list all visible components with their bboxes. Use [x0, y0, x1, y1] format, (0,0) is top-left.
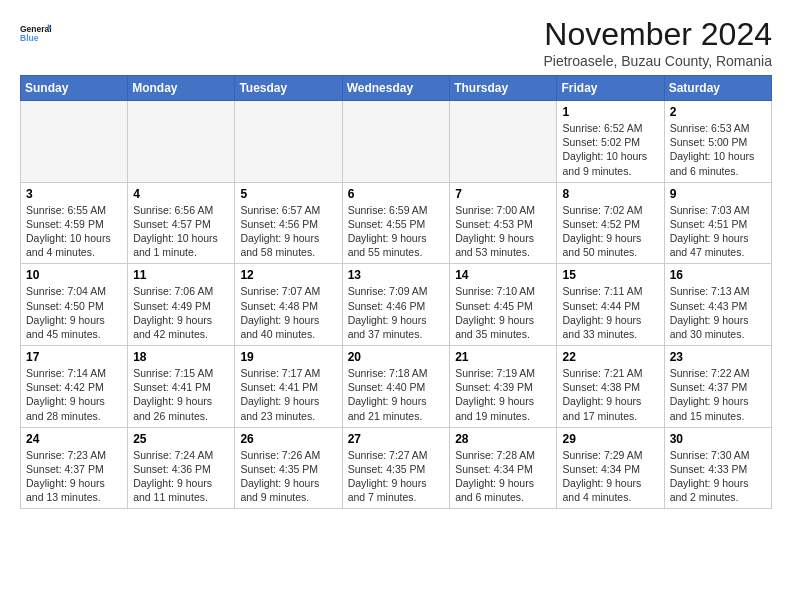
svg-text:General: General	[20, 24, 52, 34]
day-info: Sunrise: 6:57 AM Sunset: 4:56 PM Dayligh…	[240, 203, 336, 260]
table-cell: 28Sunrise: 7:28 AM Sunset: 4:34 PM Dayli…	[450, 427, 557, 509]
day-number: 26	[240, 432, 336, 446]
table-cell: 3Sunrise: 6:55 AM Sunset: 4:59 PM Daylig…	[21, 182, 128, 264]
day-info: Sunrise: 7:22 AM Sunset: 4:37 PM Dayligh…	[670, 366, 766, 423]
day-info: Sunrise: 7:13 AM Sunset: 4:43 PM Dayligh…	[670, 284, 766, 341]
day-info: Sunrise: 7:24 AM Sunset: 4:36 PM Dayligh…	[133, 448, 229, 505]
day-info: Sunrise: 7:19 AM Sunset: 4:39 PM Dayligh…	[455, 366, 551, 423]
day-number: 8	[562, 187, 658, 201]
table-cell: 9Sunrise: 7:03 AM Sunset: 4:51 PM Daylig…	[664, 182, 771, 264]
day-number: 29	[562, 432, 658, 446]
logo-svg: General Blue	[20, 16, 52, 52]
table-cell: 6Sunrise: 6:59 AM Sunset: 4:55 PM Daylig…	[342, 182, 450, 264]
title-block: November 2024 Pietroasele, Buzau County,…	[543, 16, 772, 69]
table-cell: 27Sunrise: 7:27 AM Sunset: 4:35 PM Dayli…	[342, 427, 450, 509]
day-info: Sunrise: 7:28 AM Sunset: 4:34 PM Dayligh…	[455, 448, 551, 505]
svg-text:Blue: Blue	[20, 33, 39, 43]
day-info: Sunrise: 7:21 AM Sunset: 4:38 PM Dayligh…	[562, 366, 658, 423]
day-info: Sunrise: 7:26 AM Sunset: 4:35 PM Dayligh…	[240, 448, 336, 505]
day-info: Sunrise: 6:55 AM Sunset: 4:59 PM Dayligh…	[26, 203, 122, 260]
day-number: 2	[670, 105, 766, 119]
week-row-3: 17Sunrise: 7:14 AM Sunset: 4:42 PM Dayli…	[21, 346, 772, 428]
day-number: 23	[670, 350, 766, 364]
week-row-4: 24Sunrise: 7:23 AM Sunset: 4:37 PM Dayli…	[21, 427, 772, 509]
day-info: Sunrise: 7:07 AM Sunset: 4:48 PM Dayligh…	[240, 284, 336, 341]
day-info: Sunrise: 7:15 AM Sunset: 4:41 PM Dayligh…	[133, 366, 229, 423]
table-cell: 13Sunrise: 7:09 AM Sunset: 4:46 PM Dayli…	[342, 264, 450, 346]
table-cell	[235, 101, 342, 183]
location: Pietroasele, Buzau County, Romania	[543, 53, 772, 69]
day-info: Sunrise: 7:11 AM Sunset: 4:44 PM Dayligh…	[562, 284, 658, 341]
day-number: 7	[455, 187, 551, 201]
day-number: 30	[670, 432, 766, 446]
header-row: Sunday Monday Tuesday Wednesday Thursday…	[21, 76, 772, 101]
day-info: Sunrise: 7:30 AM Sunset: 4:33 PM Dayligh…	[670, 448, 766, 505]
table-cell: 26Sunrise: 7:26 AM Sunset: 4:35 PM Dayli…	[235, 427, 342, 509]
table-cell: 19Sunrise: 7:17 AM Sunset: 4:41 PM Dayli…	[235, 346, 342, 428]
table-cell: 30Sunrise: 7:30 AM Sunset: 4:33 PM Dayli…	[664, 427, 771, 509]
week-row-1: 3Sunrise: 6:55 AM Sunset: 4:59 PM Daylig…	[21, 182, 772, 264]
day-number: 12	[240, 268, 336, 282]
table-cell	[450, 101, 557, 183]
week-row-0: 1Sunrise: 6:52 AM Sunset: 5:02 PM Daylig…	[21, 101, 772, 183]
table-cell: 5Sunrise: 6:57 AM Sunset: 4:56 PM Daylig…	[235, 182, 342, 264]
day-number: 17	[26, 350, 122, 364]
header: General Blue November 2024 Pietroasele, …	[20, 16, 772, 69]
table-cell: 7Sunrise: 7:00 AM Sunset: 4:53 PM Daylig…	[450, 182, 557, 264]
table-cell	[128, 101, 235, 183]
day-number: 9	[670, 187, 766, 201]
day-number: 14	[455, 268, 551, 282]
table-cell	[21, 101, 128, 183]
table-cell: 15Sunrise: 7:11 AM Sunset: 4:44 PM Dayli…	[557, 264, 664, 346]
table-cell: 29Sunrise: 7:29 AM Sunset: 4:34 PM Dayli…	[557, 427, 664, 509]
table-cell: 18Sunrise: 7:15 AM Sunset: 4:41 PM Dayli…	[128, 346, 235, 428]
page: General Blue November 2024 Pietroasele, …	[0, 0, 792, 519]
col-friday: Friday	[557, 76, 664, 101]
day-number: 21	[455, 350, 551, 364]
day-number: 28	[455, 432, 551, 446]
month-title: November 2024	[543, 16, 772, 53]
table-cell: 12Sunrise: 7:07 AM Sunset: 4:48 PM Dayli…	[235, 264, 342, 346]
col-sunday: Sunday	[21, 76, 128, 101]
day-info: Sunrise: 6:59 AM Sunset: 4:55 PM Dayligh…	[348, 203, 445, 260]
table-cell: 25Sunrise: 7:24 AM Sunset: 4:36 PM Dayli…	[128, 427, 235, 509]
table-cell: 11Sunrise: 7:06 AM Sunset: 4:49 PM Dayli…	[128, 264, 235, 346]
day-info: Sunrise: 6:53 AM Sunset: 5:00 PM Dayligh…	[670, 121, 766, 178]
day-number: 5	[240, 187, 336, 201]
day-number: 25	[133, 432, 229, 446]
table-cell: 14Sunrise: 7:10 AM Sunset: 4:45 PM Dayli…	[450, 264, 557, 346]
table-cell: 10Sunrise: 7:04 AM Sunset: 4:50 PM Dayli…	[21, 264, 128, 346]
day-info: Sunrise: 7:09 AM Sunset: 4:46 PM Dayligh…	[348, 284, 445, 341]
col-thursday: Thursday	[450, 76, 557, 101]
day-info: Sunrise: 7:10 AM Sunset: 4:45 PM Dayligh…	[455, 284, 551, 341]
table-cell: 16Sunrise: 7:13 AM Sunset: 4:43 PM Dayli…	[664, 264, 771, 346]
day-info: Sunrise: 7:18 AM Sunset: 4:40 PM Dayligh…	[348, 366, 445, 423]
day-info: Sunrise: 7:14 AM Sunset: 4:42 PM Dayligh…	[26, 366, 122, 423]
table-cell: 22Sunrise: 7:21 AM Sunset: 4:38 PM Dayli…	[557, 346, 664, 428]
day-number: 16	[670, 268, 766, 282]
table-cell: 1Sunrise: 6:52 AM Sunset: 5:02 PM Daylig…	[557, 101, 664, 183]
day-number: 13	[348, 268, 445, 282]
day-number: 18	[133, 350, 229, 364]
logo: General Blue	[20, 16, 52, 52]
week-row-2: 10Sunrise: 7:04 AM Sunset: 4:50 PM Dayli…	[21, 264, 772, 346]
table-cell	[342, 101, 450, 183]
day-info: Sunrise: 7:29 AM Sunset: 4:34 PM Dayligh…	[562, 448, 658, 505]
day-number: 15	[562, 268, 658, 282]
table-cell: 24Sunrise: 7:23 AM Sunset: 4:37 PM Dayli…	[21, 427, 128, 509]
col-monday: Monday	[128, 76, 235, 101]
day-number: 19	[240, 350, 336, 364]
day-info: Sunrise: 7:03 AM Sunset: 4:51 PM Dayligh…	[670, 203, 766, 260]
day-info: Sunrise: 7:27 AM Sunset: 4:35 PM Dayligh…	[348, 448, 445, 505]
col-saturday: Saturday	[664, 76, 771, 101]
day-number: 3	[26, 187, 122, 201]
day-number: 1	[562, 105, 658, 119]
day-info: Sunrise: 7:04 AM Sunset: 4:50 PM Dayligh…	[26, 284, 122, 341]
day-info: Sunrise: 7:00 AM Sunset: 4:53 PM Dayligh…	[455, 203, 551, 260]
day-number: 22	[562, 350, 658, 364]
table-cell: 21Sunrise: 7:19 AM Sunset: 4:39 PM Dayli…	[450, 346, 557, 428]
calendar: Sunday Monday Tuesday Wednesday Thursday…	[20, 75, 772, 509]
day-number: 4	[133, 187, 229, 201]
day-info: Sunrise: 6:56 AM Sunset: 4:57 PM Dayligh…	[133, 203, 229, 260]
day-number: 24	[26, 432, 122, 446]
